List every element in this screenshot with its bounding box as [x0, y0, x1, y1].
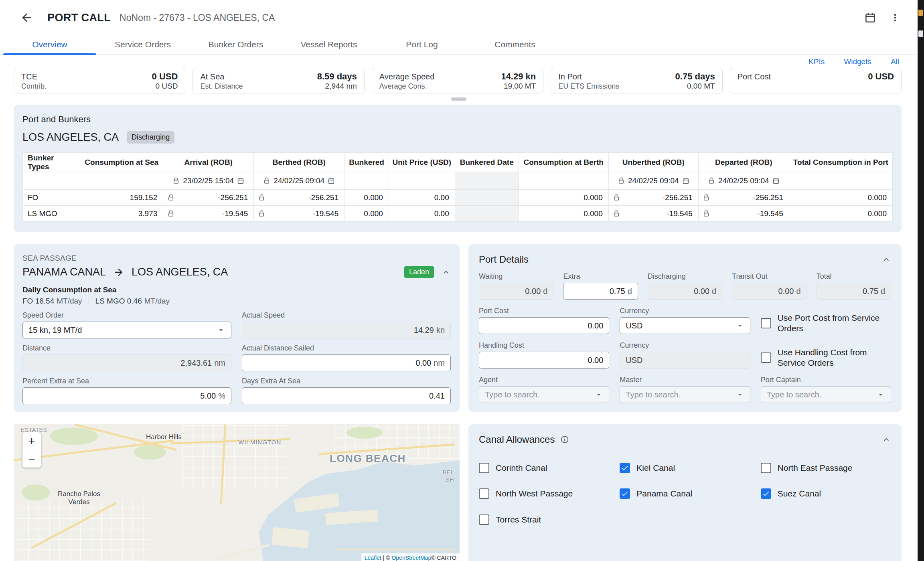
fo-consumption-unit: MT/day: [57, 297, 82, 306]
use-port-cost-checkbox[interactable]: [761, 318, 771, 328]
map-label-rancho-palos-verdes: Rancho Palos Verdes: [49, 490, 109, 506]
checkbox-label: Suez Canal: [778, 488, 821, 499]
kpi-subvalue: 0 USD: [155, 82, 178, 91]
tab-overview[interactable]: Overview: [3, 35, 96, 55]
kpi-card-tce: TCE0 USD Contrib.0 USD: [14, 68, 185, 93]
table-row-ls-mgo: LS MGO 3.973 -19.545 -19.545 0.000 0.00 …: [23, 206, 893, 222]
transit-out-field: 0.00d: [732, 283, 806, 300]
port-captain-search-input[interactable]: Type to search.: [761, 386, 891, 403]
speed-order-select[interactable]: 15 kn, 19 MT/d: [22, 322, 231, 338]
calendar-button[interactable]: [862, 10, 878, 26]
north-east-passage-checkbox[interactable]: [761, 463, 771, 473]
handling-cost-field[interactable]: 0.00: [479, 352, 609, 369]
currency-select[interactable]: USD: [620, 317, 750, 334]
back-button[interactable]: [19, 10, 34, 25]
checkbox-label: North West Passage: [496, 488, 573, 499]
bunkered-cell[interactable]: 0.000: [344, 190, 389, 206]
handling-cost-group: Handling Cost 0.00: [479, 341, 609, 369]
kiel-canal-checkbox[interactable]: [620, 463, 630, 473]
collapse-canal-allowances-button[interactable]: [881, 435, 891, 444]
berthed-rob-cell[interactable]: -256.251: [254, 190, 344, 206]
berthed-rob-cell[interactable]: -19.545: [254, 206, 344, 222]
port-cost-field[interactable]: 0.00: [479, 317, 609, 334]
unberthed-rob-cell[interactable]: -256.251: [608, 190, 698, 206]
canal-option-torres-strait[interactable]: Torres Strait: [479, 514, 609, 525]
unberthed-rob-cell[interactable]: -19.545: [608, 206, 698, 222]
collapse-sea-passage-button[interactable]: [441, 267, 451, 277]
canal-option-north-east-passage[interactable]: North East Passage: [761, 463, 891, 473]
suez-canal-checkbox[interactable]: [761, 488, 771, 499]
side-panel-tab-icon[interactable]: [918, 10, 923, 16]
arrival-rob-cell[interactable]: -256.251: [163, 190, 254, 206]
osm-link[interactable]: OpenStreetMap: [391, 555, 431, 561]
extra-group: Extra 0.75d: [563, 272, 638, 300]
checkbox-label: Panama Canal: [636, 488, 692, 499]
tab-bunker-orders[interactable]: Bunker Orders: [189, 35, 282, 55]
port-map[interactable]: ESTATES Harbor Hills WILMINGTON LONG BEA…: [14, 424, 460, 561]
tab-comments[interactable]: Comments: [468, 35, 561, 55]
canal-option-panama[interactable]: Panama Canal: [620, 488, 750, 499]
bunkered-date-cell[interactable]: [455, 190, 519, 206]
departed-rob-cell[interactable]: -19.545: [698, 206, 789, 222]
unit-price-cell[interactable]: 0.00: [389, 206, 455, 222]
more-menu-button[interactable]: [887, 10, 903, 26]
bunkered-cell[interactable]: 0.000: [344, 206, 389, 222]
use-handling-cost-checkbox[interactable]: [761, 352, 771, 363]
link-widgets[interactable]: Widgets: [844, 57, 871, 66]
consumption-at-sea-cell[interactable]: 159.152: [80, 190, 163, 206]
percent-extra-field[interactable]: 5.00%: [22, 387, 231, 404]
link-all[interactable]: All: [891, 57, 899, 66]
unit-price-cell[interactable]: 0.00: [389, 190, 455, 206]
tab-port-log[interactable]: Port Log: [375, 35, 468, 55]
departed-rob-cell[interactable]: -256.251: [698, 190, 789, 206]
chevron-down-icon: [736, 390, 744, 399]
use-port-cost-checkbox-row[interactable]: Use Port Cost from Service Orders: [761, 312, 891, 334]
use-handling-cost-checkbox-row[interactable]: Use Handling Cost from Service Orders: [761, 347, 891, 369]
north-west-passage-checkbox[interactable]: [479, 488, 489, 499]
tab-service-orders[interactable]: Service Orders: [96, 35, 189, 55]
consumption-at-sea-cell[interactable]: 3.973: [80, 206, 163, 222]
departed-date-field[interactable]: 24/02/25 09:04: [699, 176, 789, 185]
torres-strait-checkbox[interactable]: [479, 514, 489, 525]
consumption-at-berth-cell[interactable]: 0.000: [519, 190, 608, 206]
berthed-date-field[interactable]: 24/02/25 09:04: [254, 176, 344, 185]
arrival-rob-cell[interactable]: -19.545: [163, 206, 254, 222]
consumption-at-berth-cell[interactable]: 0.000: [519, 206, 608, 222]
col-consumption-at-berth: Consumption at Berth: [519, 153, 608, 172]
chevron-up-icon: [881, 435, 891, 444]
fo-consumption: FO 18.54: [22, 297, 54, 306]
bunkered-date-cell[interactable]: [455, 206, 519, 222]
panama-canal-checkbox[interactable]: [620, 488, 630, 499]
field-label: Currency: [620, 307, 750, 315]
canal-option-kiel[interactable]: Kiel Canal: [620, 463, 750, 473]
unberthed-date-value: 24/02/25 09:04: [628, 176, 679, 185]
actual-distance-sailed-field[interactable]: 0.00nm: [242, 354, 451, 371]
handling-currency-field: USD: [620, 352, 750, 369]
collapse-port-details-button[interactable]: [881, 255, 891, 264]
zoom-in-button[interactable]: +: [22, 432, 41, 450]
corinth-canal-checkbox[interactable]: [479, 463, 489, 473]
canal-option-north-west-passage[interactable]: North West Passage: [479, 488, 609, 499]
info-icon[interactable]: [560, 435, 569, 444]
breakwater: [215, 544, 270, 561]
daily-consumption-title: Daily Consumption at Sea: [22, 286, 451, 294]
canal-option-corinth[interactable]: Corinth Canal: [479, 463, 609, 473]
kpi-drag-handle[interactable]: [451, 97, 466, 101]
canal-option-suez[interactable]: Suez Canal: [761, 488, 891, 499]
leaflet-link[interactable]: Leaflet: [365, 555, 381, 561]
agent-search-input[interactable]: Type to search.: [479, 386, 609, 403]
days-extra-field[interactable]: 0.41: [242, 387, 451, 404]
extra-field[interactable]: 0.75d: [563, 283, 638, 300]
zoom-out-button[interactable]: −: [22, 450, 41, 468]
unberthed-date-field[interactable]: 24/02/25 09:04: [609, 176, 698, 185]
master-search-input[interactable]: Type to search.: [620, 386, 750, 403]
field-label: Actual Distance Sailed: [242, 344, 451, 352]
waiting-field: 0.00d: [479, 283, 553, 300]
link-kpis[interactable]: KPIs: [808, 57, 825, 66]
col-unberthed-rob: Unberthed (ROB): [608, 153, 698, 172]
kpi-value: 0 USD: [152, 71, 178, 82]
map-zoom-control: + −: [22, 432, 41, 468]
side-panel-tab-icon[interactable]: [918, 30, 923, 37]
arrival-date-field[interactable]: 23/02/25 15:04: [163, 176, 253, 185]
tab-vessel-reports[interactable]: Vessel Reports: [282, 35, 375, 55]
